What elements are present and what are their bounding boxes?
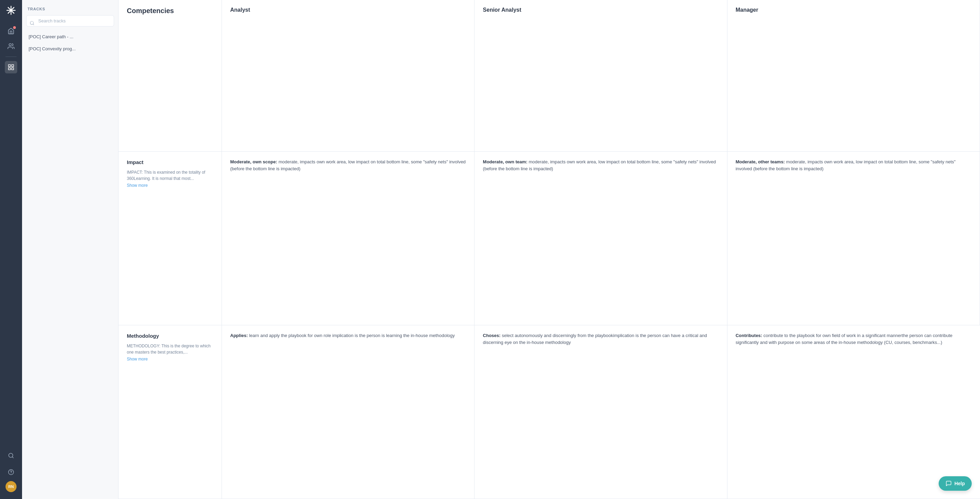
col-header-analyst: Analyst (222, 0, 474, 152)
svg-rect-1 (9, 65, 11, 67)
chat-icon (945, 480, 952, 486)
svg-line-6 (12, 457, 13, 458)
competency-title-methodology: Methodology (127, 332, 213, 340)
search-icon (30, 21, 35, 25)
senior-analyst-cell-impact: Moderate, own team: moderate, impacts ow… (474, 152, 727, 325)
main-content: Competencies Analyst Senior Analyst Mana… (119, 0, 980, 499)
search-wrap (22, 15, 118, 31)
analyst-cell-methodology: Applies: learn and apply the playbook fo… (222, 325, 474, 499)
tracks-sidebar: TRACKS [POC] Career path - ... [POC] Con… (22, 0, 119, 499)
analyst-impact-bold: Moderate, own scope: (230, 159, 277, 164)
competency-cell-impact: Impact IMPACT: This is examined on the t… (119, 152, 222, 325)
manager-impact-bold: Moderate, other teams: (736, 159, 785, 164)
manager-cell-methodology: Contributes: contribute to the playbook … (727, 325, 980, 499)
competency-cell-methodology: Methodology METHODOLOGY: This is the deg… (119, 325, 222, 499)
manager-cell-impact: Moderate, other teams: moderate, impacts… (727, 152, 980, 325)
competency-desc-methodology: METHODOLOGY: This is the degree to which… (127, 343, 213, 355)
competency-desc-impact: IMPACT: This is examined on the totality… (127, 169, 213, 182)
tracks-header: TRACKS (22, 0, 118, 15)
col-header-competencies: Competencies (119, 0, 222, 152)
svg-rect-3 (12, 68, 14, 70)
help-nav-item[interactable] (5, 466, 17, 478)
senior-analyst-methodology-text: select autonomously and discerningly fro… (483, 333, 707, 345)
analyst-methodology-text: learn and apply the playbook for own rol… (248, 333, 455, 338)
sidebar-nav: RN (0, 0, 22, 499)
nav-bottom: RN (5, 448, 17, 495)
svg-line-10 (33, 24, 34, 25)
svg-point-0 (9, 44, 11, 46)
search-nav-item[interactable] (5, 450, 17, 462)
competency-title-impact: Impact (127, 159, 213, 167)
people-nav-item[interactable] (5, 40, 17, 52)
manager-methodology-text: contribute to the playbook for own field… (736, 333, 953, 345)
senior-analyst-impact-bold: Moderate, own team: (483, 159, 527, 164)
show-more-impact[interactable]: Show more (127, 182, 148, 189)
senior-analyst-methodology-bold: Choses: (483, 333, 500, 338)
col-header-manager: Manager (727, 0, 980, 152)
track-item-poc-convexity[interactable]: [POC] Convexity prog... (22, 43, 118, 55)
search-input[interactable] (26, 15, 114, 27)
help-button[interactable]: Help (939, 476, 972, 491)
senior-analyst-cell-methodology: Choses: select autonomously and discerni… (474, 325, 727, 499)
app-logo[interactable] (5, 4, 17, 16)
help-button-label: Help (955, 481, 965, 486)
tracks-nav-item[interactable] (5, 61, 17, 73)
notification-badge (13, 26, 16, 29)
competency-grid: Competencies Analyst Senior Analyst Mana… (119, 0, 980, 499)
nav-divider (5, 57, 16, 57)
analyst-cell-impact: Moderate, own scope: moderate, impacts o… (222, 152, 474, 325)
manager-methodology-bold: Contributes: (736, 333, 762, 338)
track-item-poc-career[interactable]: [POC] Career path - ... (22, 31, 118, 43)
col-header-senior-analyst: Senior Analyst (474, 0, 727, 152)
home-nav-item[interactable] (5, 25, 17, 37)
show-more-methodology[interactable]: Show more (127, 356, 148, 362)
svg-rect-4 (9, 68, 11, 70)
analyst-methodology-bold: Applies: (230, 333, 248, 338)
svg-rect-2 (12, 65, 14, 67)
user-avatar[interactable]: RN (5, 481, 16, 492)
